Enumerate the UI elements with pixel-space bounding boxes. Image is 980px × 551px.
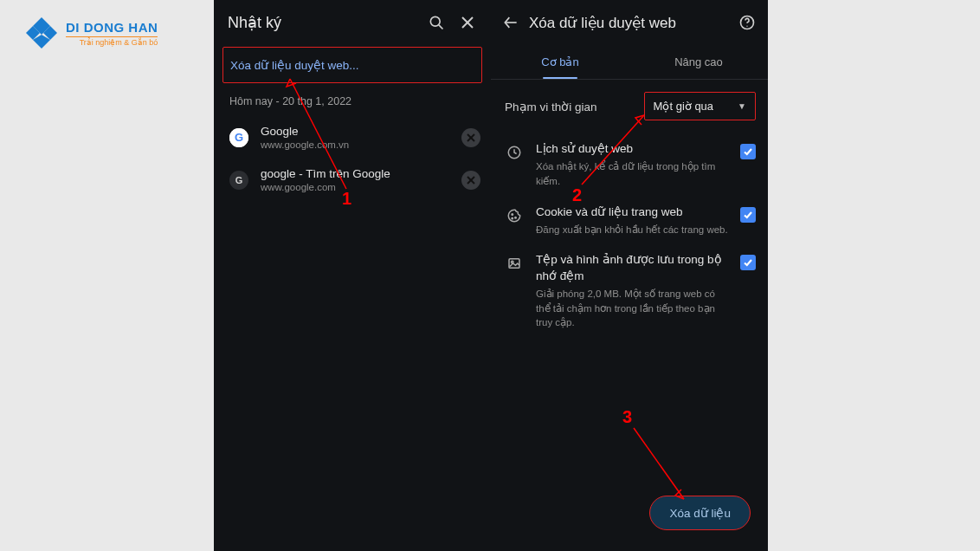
checkbox-checked[interactable] (740, 144, 756, 159)
option-desc: Xóa nhật ký, kể cả dữ liệu trong hộp tìm… (536, 159, 728, 188)
history-item[interactable]: G google - Tìm trên Google www.google.co… (214, 159, 491, 201)
svg-text:G: G (235, 131, 243, 144)
svg-point-19 (515, 217, 517, 218)
clear-data-button[interactable]: Xóa dữ liệu (649, 496, 751, 530)
site-favicon-icon: G (229, 171, 248, 190)
checkbox-checked[interactable] (740, 207, 756, 223)
option-title: Lịch sử duyệt web (536, 141, 728, 157)
clear-option-cookies[interactable]: Cookie và dữ liệu trang web Đăng xuất bạ… (491, 192, 768, 241)
tab-basic[interactable]: Cơ bản (491, 45, 629, 79)
clear-option-history[interactable]: Lịch sử duyệt web Xóa nhật ký, kể cả dữ … (491, 129, 768, 192)
help-icon[interactable] (737, 12, 758, 33)
clock-icon (505, 143, 524, 162)
clear-browsing-data-link[interactable]: Xóa dữ liệu duyệt web... (222, 47, 482, 83)
option-desc: Giải phóng 2,0 MB. Một số trang web có t… (536, 287, 728, 330)
search-icon[interactable] (425, 11, 448, 34)
clear-option-cache[interactable]: Tệp và hình ảnh được lưu trong bộ nhớ đệ… (491, 240, 768, 333)
time-range-value: Một giờ qua (654, 100, 713, 113)
time-range-select[interactable]: Một giờ qua ▼ (644, 92, 756, 120)
watermark-diamond-icon (24, 16, 59, 50)
history-item[interactable]: G Google www.google.com.vn (214, 116, 491, 159)
watermark-tagline: Trải nghiệm & Gắn bó (66, 38, 158, 47)
clear-data-panel: Xóa dữ liệu duyệt web Cơ bản Nâng cao Ph… (491, 0, 768, 551)
tab-advanced[interactable]: Nâng cao (629, 45, 768, 79)
svg-point-20 (512, 217, 513, 219)
option-desc: Đăng xuất bạn khỏi hầu hết các trang web… (536, 223, 728, 237)
clear-data-title: Xóa dữ liệu duyệt web (529, 14, 730, 32)
chevron-down-icon: ▼ (738, 101, 746, 111)
delete-history-item-icon[interactable] (461, 171, 480, 190)
back-arrow-icon[interactable] (500, 11, 522, 34)
close-icon[interactable] (456, 11, 479, 34)
svg-point-4 (430, 16, 440, 26)
history-item-url: www.google.com.vn (261, 139, 449, 150)
history-title: Nhật ký (228, 13, 416, 32)
image-icon (505, 254, 524, 273)
svg-line-5 (439, 25, 443, 29)
watermark-logo: DI DONG HAN Trải nghiệm & Gắn bó (24, 16, 158, 50)
history-panel: Nhật ký Xóa dữ liệu duyệt web... Hôm nay… (214, 0, 491, 551)
option-title: Tệp và hình ảnh được lưu trong bộ nhớ đệ… (536, 252, 728, 283)
time-range-label: Phạm vi thời gian (505, 100, 635, 113)
delete-history-item-icon[interactable] (461, 128, 480, 147)
option-title: Cookie và dữ liệu trang web (536, 204, 728, 220)
svg-point-16 (746, 26, 747, 27)
svg-point-18 (512, 213, 513, 215)
history-item-title: google - Tìm trên Google (261, 167, 449, 180)
history-date-label: Hôm nay - 20 thg 1, 2022 (214, 88, 491, 116)
history-item-url: www.google.com (261, 182, 449, 192)
history-item-title: Google (261, 125, 449, 138)
cookie-icon (505, 206, 524, 225)
checkbox-checked[interactable] (740, 255, 756, 270)
google-favicon-icon: G (229, 128, 248, 147)
watermark-brand: DI DONG HAN (66, 20, 158, 35)
